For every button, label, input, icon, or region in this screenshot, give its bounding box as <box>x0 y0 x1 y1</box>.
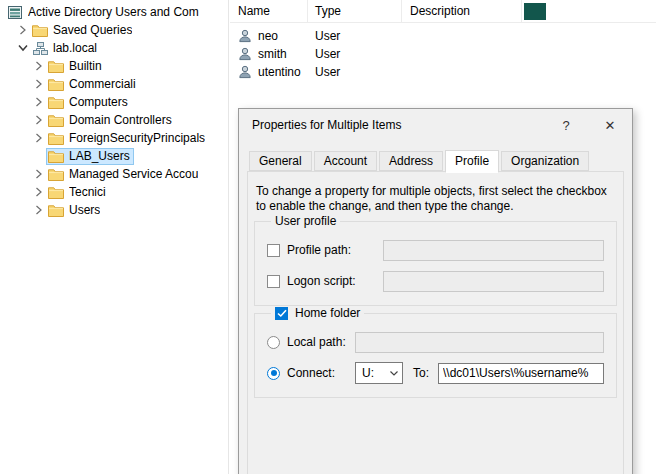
tree-item-label: Tecnici <box>69 185 106 199</box>
home-folder-label: Home folder <box>295 306 360 320</box>
radio-selected-icon[interactable] <box>267 367 280 380</box>
tree-item-label: Saved Queries <box>53 23 132 37</box>
checkbox-checked-icon[interactable] <box>275 307 288 320</box>
tree-item-managed-service-accounts[interactable]: Managed Service Accou <box>0 165 228 183</box>
tree-item-foreign-security-principals[interactable]: ForeignSecurityPrincipals <box>0 129 228 147</box>
chevron-down-icon <box>386 371 402 376</box>
help-icon[interactable]: ? <box>544 109 588 141</box>
tree-item-label: Users <box>69 203 100 217</box>
folder-icon <box>32 23 48 37</box>
tree-item-label: ForeignSecurityPrincipals <box>69 131 205 145</box>
chevron-right-icon[interactable] <box>33 95 45 109</box>
tree-item-domain[interactable]: lab.local <box>0 39 228 57</box>
tree-item-domain-controllers[interactable]: Domain Controllers <box>0 111 228 129</box>
dialog-title: Properties for Multiple Items <box>239 118 544 132</box>
user-icon <box>238 29 252 43</box>
dialog-titlebar[interactable]: Properties for Multiple Items ? ✕ <box>239 109 632 141</box>
tree-item-label: Domain Controllers <box>69 113 172 127</box>
connect-label: Connect: <box>287 366 335 380</box>
user-icon <box>238 65 252 79</box>
tree-item-users[interactable]: Users <box>0 201 228 219</box>
folder-icon <box>48 167 64 181</box>
tree-item-label: lab.local <box>53 41 97 55</box>
local-path-label: Local path: <box>287 335 346 349</box>
tree-item-tecnici[interactable]: Tecnici <box>0 183 228 201</box>
folder-icon <box>48 95 64 109</box>
chevron-spacer <box>33 149 45 163</box>
profile-path-label: Profile path: <box>287 243 351 257</box>
to-label: To: <box>413 366 429 380</box>
chevron-right-icon[interactable] <box>17 23 29 37</box>
chevron-right-icon[interactable] <box>33 113 45 127</box>
logon-script-input <box>383 271 604 292</box>
logon-script-checkbox[interactable]: Logon script: <box>267 274 383 288</box>
folder-icon <box>48 77 64 91</box>
domain-icon <box>32 41 48 55</box>
chevron-right-icon[interactable] <box>33 185 45 199</box>
chevron-right-icon[interactable] <box>33 167 45 181</box>
local-path-input <box>355 332 604 353</box>
tree-item-label: Active Directory Users and Com <box>28 5 199 19</box>
chevron-right-icon[interactable] <box>33 131 45 145</box>
tree-item-label: Computers <box>69 95 128 109</box>
directory-icon <box>7 5 23 19</box>
tree-item-label: Builtin <box>69 59 102 73</box>
chevron-right-icon[interactable] <box>33 77 45 91</box>
list-item-smith[interactable]: smith User <box>230 45 656 63</box>
profile-path-checkbox[interactable]: Profile path: <box>267 243 383 257</box>
folder-icon <box>48 131 64 145</box>
chevron-right-icon[interactable] <box>33 59 45 73</box>
column-header-type[interactable]: Type <box>308 0 402 22</box>
list-item-type: User <box>308 65 402 79</box>
tree-item-root[interactable]: Active Directory Users and Com <box>0 3 228 21</box>
list-item-name: utentino <box>258 65 301 79</box>
dialog-description: To change a property for multiple object… <box>248 172 623 214</box>
user-profile-group: User profile Profile path: Logon script: <box>254 214 617 306</box>
tree-item-lab-users[interactable]: LAB_Users <box>0 147 228 165</box>
tree-item-computers[interactable]: Computers <box>0 93 228 111</box>
tab-address[interactable]: Address <box>379 151 443 171</box>
list-header: Name Type Description <box>230 0 656 23</box>
list-item-utentino[interactable]: utentino User <box>230 63 656 81</box>
tree-item-saved-queries[interactable]: Saved Queries <box>0 21 228 39</box>
list-item-type: User <box>308 47 402 61</box>
tab-profile[interactable]: Profile <box>445 150 499 173</box>
local-path-radio[interactable]: Local path: <box>267 335 355 349</box>
properties-dialog: Properties for Multiple Items ? ✕ Genera… <box>238 108 633 474</box>
tree-item-builtin[interactable]: Builtin <box>0 57 228 75</box>
home-folder-group: Home folder Local path: Connect: U: <box>254 306 617 398</box>
drive-letter-dropdown[interactable]: U: <box>355 362 403 384</box>
radio-unselected-icon[interactable] <box>267 336 280 349</box>
tab-organization[interactable]: Organization <box>501 151 589 171</box>
profile-tab-panel: To change a property for multiple object… <box>247 171 624 474</box>
checkbox-unchecked-icon[interactable] <box>267 275 280 288</box>
tree-item-commerciali[interactable]: Commerciali <box>0 75 228 93</box>
folder-icon <box>48 59 64 73</box>
home-folder-checkbox[interactable]: Home folder <box>271 306 364 320</box>
chevron-down-icon[interactable] <box>17 41 29 55</box>
profile-path-input <box>383 240 604 261</box>
folder-icon <box>48 149 64 163</box>
tree-item-label: Managed Service Accou <box>69 167 198 181</box>
user-icon <box>238 47 252 61</box>
folder-icon <box>48 185 64 199</box>
column-header-description[interactable]: Description <box>402 0 522 22</box>
close-icon[interactable]: ✕ <box>588 109 632 141</box>
column-header-name[interactable]: Name <box>230 0 308 22</box>
console-tree: Active Directory Users and Com Saved Que… <box>0 0 229 474</box>
logon-script-label: Logon script: <box>287 274 356 288</box>
header-artifact-block <box>524 3 546 20</box>
list-item-neo[interactable]: neo User <box>230 27 656 45</box>
tree-item-label: LAB_Users <box>69 149 130 163</box>
tab-general[interactable]: General <box>249 151 312 171</box>
chevron-right-icon[interactable] <box>33 203 45 217</box>
checkbox-unchecked-icon[interactable] <box>267 244 280 257</box>
drive-letter-value: U: <box>356 366 386 380</box>
dialog-tabs: General Account Address Profile Organiza… <box>249 149 591 171</box>
folder-icon <box>48 203 64 217</box>
tab-account[interactable]: Account <box>314 151 377 171</box>
connect-path-input[interactable] <box>438 363 604 384</box>
connect-radio[interactable]: Connect: <box>267 366 355 380</box>
list-item-name: smith <box>258 47 287 61</box>
user-profile-group-label: User profile <box>271 214 340 228</box>
